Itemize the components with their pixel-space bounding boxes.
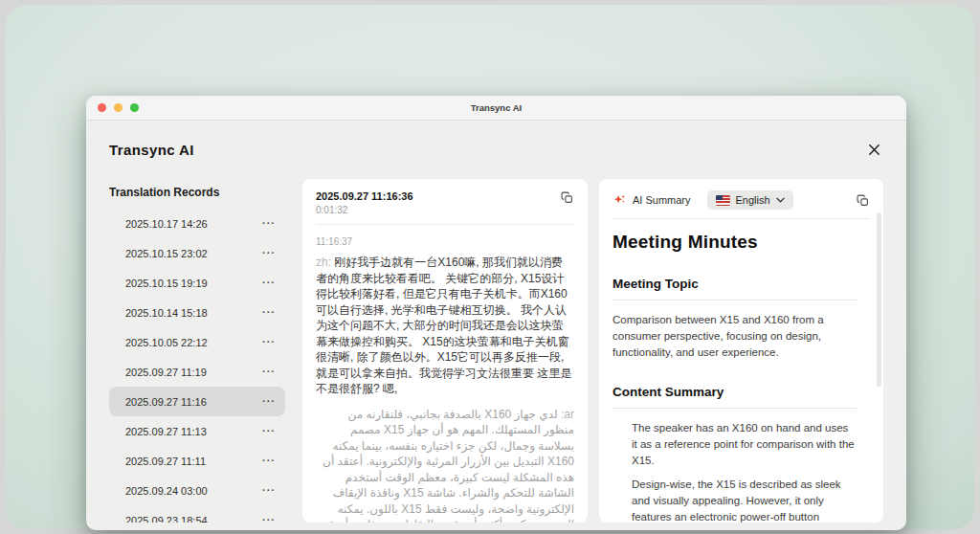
record-date: 2025.10.15 19:19 — [125, 278, 208, 289]
app-title: Transync AI — [109, 142, 194, 158]
summary-section: Content SummaryThe speaker has an X160 o… — [612, 385, 857, 523]
transcript-segments: zh: 刚好我手边就有一台X160嘛, 那我们就以消费者的角度来比较看看吧。 关… — [316, 255, 574, 523]
record-row[interactable]: 2025.09.27 11:16··· — [109, 387, 285, 416]
copy-transcript-button[interactable] — [560, 190, 574, 205]
main-layout: Translation Records 2025.10.17 14:26···2… — [86, 179, 906, 530]
record-date: 2025.09.27 11:19 — [125, 367, 207, 378]
record-row[interactable]: 2025.09.27 11:13··· — [109, 416, 285, 446]
record-menu-icon[interactable]: ··· — [262, 367, 276, 377]
ai-summary-label: AI Summary — [633, 194, 691, 206]
record-date: 2025.09.27 11:16 — [125, 396, 207, 408]
language-label: zh: — [316, 256, 334, 269]
record-date: 2025.10.15 23:02 — [125, 248, 208, 259]
record-menu-icon[interactable]: ··· — [262, 307, 276, 318]
summary-scroll-area[interactable]: Meeting Minutes Meeting TopicComparison … — [612, 219, 870, 523]
language-selector[interactable]: English — [707, 190, 793, 210]
summary-title: Meeting Minutes — [612, 232, 857, 253]
record-menu-icon[interactable]: ··· — [262, 485, 276, 496]
transcript-segment-zh: zh: 刚好我手边就有一台X160嘛, 那我们就以消费者的角度来比较看看吧。 关… — [316, 255, 574, 397]
record-date: 2025.09.23 18:54 — [125, 515, 208, 523]
language-label: ar: — [558, 408, 574, 421]
section-paragraph: Comparison between X15 and X160 from a c… — [612, 312, 857, 361]
record-row[interactable]: 2025.10.17 14:26··· — [109, 209, 285, 238]
sidebar-heading: Translation Records — [109, 186, 285, 199]
record-row[interactable]: 2025.10.15 23:02··· — [109, 238, 285, 268]
summary-section: Meeting TopicComparison between X15 and … — [612, 277, 857, 361]
record-menu-icon[interactable]: ··· — [262, 248, 276, 258]
section-heading: Content Summary — [612, 385, 857, 409]
section-list-item: Design-wise, the X15 is described as sle… — [632, 477, 857, 523]
app-window: Transync AI Transync AI Translation Reco… — [86, 96, 906, 530]
close-button[interactable] — [865, 141, 883, 159]
record-row[interactable]: 2025.10.15 19:19··· — [109, 268, 285, 298]
app-header: Transync AI — [86, 121, 906, 179]
segment-text: لدي جهاز X160 بالصدفة بجانبي، فلنقارنه م… — [323, 408, 574, 523]
summary-scrollbar-thumb[interactable] — [877, 212, 881, 387]
us-flag-icon — [716, 195, 730, 206]
record-date: 2025.09.24 03:00 — [125, 485, 208, 497]
copy-summary-button[interactable] — [856, 193, 870, 208]
segment-text: 刚好我手边就有一台X160嘛, 那我们就以消费者的角度来比较看看吧。 关键它的部… — [316, 256, 571, 395]
record-row[interactable]: 2025.10.14 15:18··· — [109, 298, 285, 327]
record-row[interactable]: 2025.09.27 11:11··· — [109, 446, 285, 476]
ai-summary-card: AI Summary English Meeting Minutes Me — [599, 179, 883, 523]
record-row[interactable]: 2025.09.24 03:00··· — [109, 476, 285, 505]
record-menu-icon[interactable]: ··· — [262, 278, 276, 288]
sparkle-icon — [612, 193, 626, 207]
record-menu-icon[interactable]: ··· — [262, 426, 276, 436]
close-icon — [867, 143, 881, 157]
chevron-down-icon — [776, 197, 785, 203]
summary-sections: Meeting TopicComparison between X15 and … — [612, 277, 857, 523]
transcript-segment-ar: ar: لدي جهاز X160 بالصدفة بجانبي، فلنقار… — [316, 407, 574, 523]
record-date: 2025.10.14 15:18 — [125, 307, 208, 319]
desktop-background: Transync AI Transync AI Translation Reco… — [6, 5, 974, 529]
entry-timestamp: 11:16:37 — [316, 236, 574, 247]
transcript-divider — [316, 224, 574, 225]
record-menu-icon[interactable]: ··· — [262, 396, 276, 407]
record-date: 2025.09.27 11:13 — [125, 426, 207, 437]
record-menu-icon[interactable]: ··· — [262, 337, 276, 347]
titlebar-title: Transync AI — [86, 102, 906, 113]
copy-icon — [561, 191, 573, 204]
record-date: 2025.09.27 11:11 — [125, 456, 206, 467]
transcript-header: 2025.09.27 11:16:36 0:01:32 — [316, 190, 574, 215]
record-row[interactable]: 2025.09.23 18:54··· — [109, 505, 285, 523]
copy-icon — [857, 194, 869, 207]
section-list-item: The speaker has an X160 on hand and uses… — [632, 420, 857, 469]
record-date: 2025.10.17 14:26 — [125, 218, 208, 230]
record-row[interactable]: 2025.09.27 11:19··· — [109, 357, 285, 387]
transcript-card: 2025.09.27 11:16:36 0:01:32 11:16:37 zh:… — [302, 179, 588, 523]
transcript-title: 2025.09.27 11:16:36 — [316, 190, 413, 202]
record-row[interactable]: 2025.10.05 22:12··· — [109, 327, 285, 357]
window-titlebar: Transync AI — [86, 96, 906, 121]
section-heading: Meeting Topic — [612, 277, 857, 300]
record-date: 2025.10.05 22:12 — [125, 337, 208, 348]
record-menu-icon[interactable]: ··· — [262, 456, 276, 466]
translation-records-sidebar: Translation Records 2025.10.17 14:26···2… — [109, 179, 285, 523]
records-list: 2025.10.17 14:26···2025.10.15 23:02···20… — [109, 209, 285, 523]
transcript-duration: 0:01:32 — [316, 205, 413, 215]
language-value: English — [736, 194, 770, 206]
record-menu-icon[interactable]: ··· — [262, 218, 276, 229]
summary-header-left: AI Summary English — [612, 190, 793, 210]
record-menu-icon[interactable]: ··· — [262, 515, 276, 523]
summary-header: AI Summary English — [612, 190, 870, 210]
